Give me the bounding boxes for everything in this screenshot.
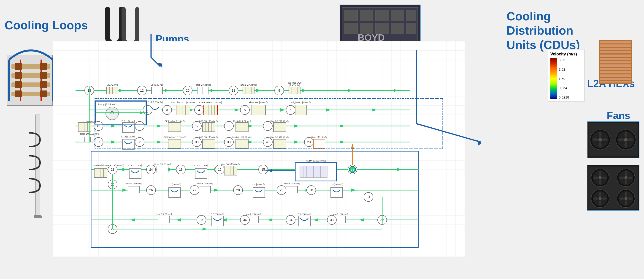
svg-point-57 [598, 176, 602, 179]
svg-text:sub-loop QDs: sub-loop QDs [288, 82, 302, 84]
svg-text:Hose 6 [2.00 m/s]: Hose 6 [2.00 m/s] [284, 183, 300, 185]
svg-text:26: 26 [149, 188, 153, 192]
svg-text:Hose 9 [2.00 m/s]: Hose 9 [2.00 m/s] [156, 213, 172, 215]
svg-point-52 [624, 138, 628, 142]
svg-rect-28 [391, 23, 404, 34]
side-connector [28, 115, 55, 218]
svg-rect-87 [106, 87, 118, 94]
svg-text:Filter [2.42 m/s]: Filter [2.42 m/s] [195, 84, 211, 86]
svg-rect-39 [600, 64, 631, 67]
svg-rect-20 [344, 10, 358, 21]
svg-text:E. 2 [2.00 m/s]: E. 2 [2.00 m/s] [128, 164, 142, 167]
cdu-arrow [412, 46, 492, 149]
svg-text:18: 18 [179, 168, 183, 171]
svg-rect-25 [344, 23, 358, 34]
svg-text:15: 15 [261, 168, 265, 171]
svg-rect-32 [600, 41, 631, 44]
vel-val-2: 2.52 [559, 67, 569, 71]
svg-rect-37 [600, 58, 631, 60]
svg-rect-40 [600, 68, 631, 70]
svg-rect-35 [600, 51, 631, 54]
svg-rect-11 [15, 91, 22, 97]
svg-rect-290 [253, 187, 265, 197]
svg-rect-38 [600, 61, 631, 64]
svg-rect-29 [406, 23, 415, 34]
cdu-label-line2: Distribution [506, 24, 573, 37]
svg-rect-44 [600, 81, 631, 83]
svg-rect-241 [195, 168, 207, 178]
svg-text:[2.42 m/s]: [2.42 m/s] [290, 84, 300, 87]
svg-text:24: 24 [149, 168, 153, 171]
vel-val-5: 0.0218 [559, 95, 569, 99]
svg-rect-6 [40, 63, 47, 70]
svg-rect-41 [600, 71, 631, 74]
fans-image-2 [587, 165, 640, 211]
svg-rect-340 [95, 99, 443, 149]
svg-rect-323 [212, 216, 224, 226]
svg-rect-9 [15, 81, 22, 88]
svg-rect-233 [129, 168, 141, 178]
fans-image-1 [587, 121, 640, 158]
svg-text:ID6.1 [2.42 m/s]: ID6.1 [2.42 m/s] [240, 84, 257, 86]
svg-rect-5 [15, 63, 22, 70]
cooling-loops-image [2, 37, 60, 110]
svg-rect-23 [391, 10, 404, 21]
vel-val-3: 1.69 [559, 77, 569, 81]
svg-rect-8 [40, 72, 47, 79]
svg-text:Main QD 5 [2.00 m/s]: Main QD 5 [2.00 m/s] [220, 163, 240, 165]
svg-text:E. 5 [2.00 m/s]: E. 5 [2.00 m/s] [330, 183, 343, 186]
svg-text:E. 1 [2.00 m/s]: E. 1 [2.00 m/s] [194, 164, 208, 167]
cdu-label-line1: Cooling [506, 10, 551, 23]
svg-text:30: 30 [310, 188, 313, 192]
svg-text:35: 35 [200, 218, 203, 222]
svg-text:27: 27 [193, 188, 196, 192]
svg-rect-34 [600, 48, 631, 50]
svg-rect-293 [286, 186, 298, 193]
svg-text:Hose 5 [2.00 m/s]: Hose 5 [2.00 m/s] [197, 183, 213, 185]
svg-text:29: 29 [280, 188, 283, 192]
pump-arrow [133, 30, 178, 76]
svg-rect-103 [289, 87, 300, 94]
svg-text:RDHX [0.0218 m/s]: RDHX [0.0218 m/s] [306, 159, 326, 162]
svg-rect-36 [600, 54, 631, 57]
svg-point-60 [624, 176, 628, 179]
svg-text:31: 31 [367, 195, 370, 199]
svg-text:21: 21 [111, 168, 114, 171]
svg-text:E. 4 [2.00 m/s]: E. 4 [2.00 m/s] [252, 183, 265, 186]
vel-val-4: 0.854 [559, 86, 569, 90]
svg-rect-244 [224, 166, 237, 175]
vel-val-1: 3.35 [559, 58, 569, 62]
svg-rect-298 [331, 187, 342, 197]
svg-text:.1 [2.42 m/s]: .1 [2.42 m/s] [106, 84, 118, 86]
svg-text:34: 34 [289, 218, 292, 222]
svg-text:20: 20 [186, 89, 190, 92]
svg-marker-342 [477, 140, 482, 145]
svg-rect-0 [7, 55, 53, 105]
svg-rect-21 [360, 10, 373, 21]
main-diagram: 13 12 20 11 8 .1 [2.42 m/s] ID5 [2.42 m/… [53, 41, 464, 256]
cdu-label: Cooling Distribution Units (CDUs) [506, 9, 580, 52]
svg-rect-344 [34, 215, 42, 218]
svg-rect-43 [600, 78, 631, 80]
svg-rect-326 [158, 216, 169, 223]
svg-text:8: 8 [278, 89, 280, 92]
svg-rect-285 [199, 186, 210, 193]
svg-rect-315 [299, 216, 310, 226]
svg-point-49 [598, 138, 602, 142]
svg-text:E. 6 [2.00 m/s]: E. 6 [2.00 m/s] [298, 213, 311, 215]
svg-text:11: 11 [232, 89, 235, 92]
svg-text:E. 7 [2.00 m/s]: E. 7 [2.00 m/s] [211, 213, 224, 215]
svg-rect-42 [600, 75, 631, 77]
svg-rect-7 [15, 72, 22, 79]
svg-rect-226 [94, 168, 107, 177]
svg-rect-282 [169, 187, 180, 197]
svg-text:33: 33 [330, 218, 334, 222]
svg-text:ID5 [2.42 m/s]: ID5 [2.42 m/s] [150, 84, 164, 86]
svg-point-63 [598, 197, 602, 200]
svg-text:Hose 4 [2.00 m/s]: Hose 4 [2.00 m/s] [126, 183, 142, 185]
l2a-hex-image [595, 39, 636, 85]
svg-rect-12 [40, 91, 47, 97]
svg-text:28: 28 [236, 188, 240, 192]
svg-text:12: 12 [140, 89, 144, 92]
svg-rect-10 [40, 81, 47, 88]
